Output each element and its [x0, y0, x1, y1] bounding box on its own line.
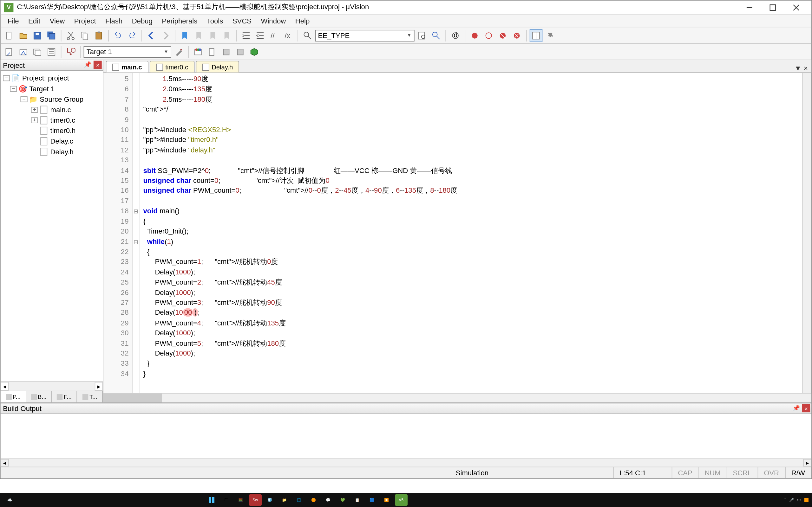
file-extensions-button[interactable] [206, 45, 219, 58]
minimize-button[interactable] [738, 1, 761, 14]
taskbar-explorer-icon[interactable]: 🗔 [220, 494, 233, 506]
tree-file[interactable]: +timer0.c [1, 115, 103, 125]
indent-button[interactable] [240, 29, 253, 42]
project-hscroll[interactable]: ◄ ► [1, 381, 103, 390]
menu-window[interactable]: Window [256, 15, 291, 26]
new-file-button[interactable] [3, 29, 16, 42]
tray-ime-icon[interactable]: 中 [797, 498, 801, 503]
fold-column[interactable]: ⊟ ⊟ [133, 73, 140, 393]
menu-flash[interactable]: Flash [101, 15, 127, 26]
copy-button[interactable] [78, 29, 91, 42]
incremental-find-button[interactable] [430, 29, 443, 42]
find-in-files-button[interactable] [415, 29, 428, 42]
tree-group[interactable]: −📁Source Group [1, 94, 103, 105]
tab-close-button[interactable]: × [804, 64, 808, 72]
bookmark-next-button[interactable] [206, 29, 219, 42]
build-hscroll[interactable]: ◄ ► [1, 458, 811, 467]
pack-installer-button[interactable] [248, 45, 261, 58]
batch-build-button[interactable] [45, 45, 58, 58]
tray-mic-icon[interactable]: 🎤 [789, 498, 794, 502]
search-combo[interactable]: EE_TYPE▼ [315, 30, 414, 41]
panel-close-button[interactable]: × [802, 404, 810, 412]
target-options-button[interactable] [172, 45, 186, 58]
breakpoint-kill-button[interactable] [510, 29, 523, 42]
menu-svcs[interactable]: SVCS [228, 15, 256, 26]
tree-file[interactable]: timer0.h [1, 125, 103, 136]
manage-project-button[interactable] [192, 45, 205, 58]
menu-debug[interactable]: Debug [127, 15, 157, 26]
editor-tab[interactable]: timer0.c [150, 61, 195, 72]
open-file-button[interactable] [17, 29, 30, 42]
menu-project[interactable]: Project [69, 15, 101, 26]
tab-dropdown-button[interactable]: ▼ [795, 64, 802, 72]
tray-chevron-icon[interactable]: ˄ [784, 498, 786, 502]
taskbar-app-icon[interactable]: 📋 [351, 494, 364, 506]
cut-button[interactable] [64, 29, 78, 42]
project-tab[interactable]: F... [52, 391, 78, 402]
save-all-button[interactable] [45, 29, 58, 42]
scroll-left-button[interactable]: ◄ [1, 459, 9, 467]
bookmark-prev-button[interactable] [192, 29, 205, 42]
project-tab[interactable]: P... [1, 391, 26, 402]
taskbar-files-icon[interactable]: 📁 [278, 494, 291, 506]
breakpoint-enable-button[interactable] [482, 29, 495, 42]
scroll-right-button[interactable]: ► [95, 382, 103, 391]
pin-icon[interactable]: 📌 [84, 61, 91, 68]
books-button[interactable] [220, 45, 233, 58]
download-button[interactable]: LOAD [64, 45, 78, 58]
code-text[interactable]: 1.5ms-----90度 2.0ms-----135度 2.5ms-----1… [140, 73, 802, 393]
menu-view[interactable]: View [45, 15, 69, 26]
breakpoint-disable-button[interactable] [496, 29, 509, 42]
taskbar-weather-icon[interactable]: ☁️ [3, 494, 16, 506]
project-tab[interactable]: T... [78, 391, 103, 402]
taskbar-app-icon[interactable]: 🟦 [366, 494, 378, 506]
uncomment-button[interactable]: /x [282, 29, 295, 42]
nav-forward-button[interactable] [159, 29, 172, 42]
menu-file[interactable]: File [3, 15, 23, 26]
taskbar-store-icon[interactable]: 🧊 [264, 494, 276, 506]
scroll-track[interactable] [9, 382, 95, 391]
menu-help[interactable]: Help [291, 15, 314, 26]
save-button[interactable] [31, 29, 44, 42]
paste-button[interactable] [92, 29, 105, 42]
window-split-button[interactable] [530, 29, 543, 42]
taskbar-start-button[interactable] [205, 494, 218, 506]
outdent-button[interactable] [254, 29, 267, 42]
menu-peripherals[interactable]: Peripherals [157, 15, 202, 26]
hscroll-thumb[interactable] [103, 394, 162, 402]
taskbar-app-icon[interactable]: 🟠 [307, 494, 320, 506]
close-button[interactable] [784, 1, 808, 14]
comment-button[interactable]: // [268, 29, 281, 42]
project-tree[interactable]: −📄Project: project −🎯Target 1 −📁Source G… [1, 71, 103, 381]
taskbar-edge-icon[interactable]: 🌐 [293, 494, 305, 506]
configure-button[interactable] [544, 29, 557, 42]
pin-icon[interactable]: 📌 [793, 405, 800, 411]
maximize-button[interactable] [761, 1, 785, 14]
tree-file[interactable]: Delay.h [1, 147, 103, 157]
build-output-body[interactable] [1, 414, 811, 458]
debug-button[interactable]: d [449, 29, 462, 42]
undo-button[interactable] [112, 29, 125, 42]
tree-file[interactable]: Delay.c [1, 136, 103, 147]
scroll-right-button[interactable]: ► [803, 459, 811, 467]
taskbar-calculator-icon[interactable]: 🧮 [235, 494, 247, 506]
project-tab[interactable]: B... [26, 391, 52, 402]
tray-app-icon[interactable]: 🟧 [804, 498, 809, 502]
menu-tools[interactable]: Tools [202, 15, 228, 26]
build-button[interactable] [17, 45, 30, 58]
tree-file[interactable]: +main.c [1, 105, 103, 115]
editor-tab[interactable]: Delay.h [196, 61, 239, 72]
tree-target[interactable]: −🎯Target 1 [1, 83, 103, 94]
nav-back-button[interactable] [145, 29, 158, 42]
panel-close-button[interactable]: × [94, 61, 102, 69]
taskbar-wechat-icon[interactable]: 💚 [337, 494, 349, 506]
menu-edit[interactable]: Edit [23, 15, 45, 26]
scroll-left-button[interactable]: ◄ [1, 382, 9, 391]
bookmark-toggle-button[interactable] [178, 29, 191, 42]
redo-button[interactable] [125, 29, 139, 42]
editor-tab[interactable]: main.c [106, 61, 148, 72]
editor-vscroll[interactable] [802, 73, 811, 393]
editor-hscroll[interactable] [103, 393, 811, 402]
taskbar-record-icon[interactable]: ⏺️ [380, 494, 393, 506]
taskbar-app-icon[interactable]: Sw [249, 494, 262, 506]
